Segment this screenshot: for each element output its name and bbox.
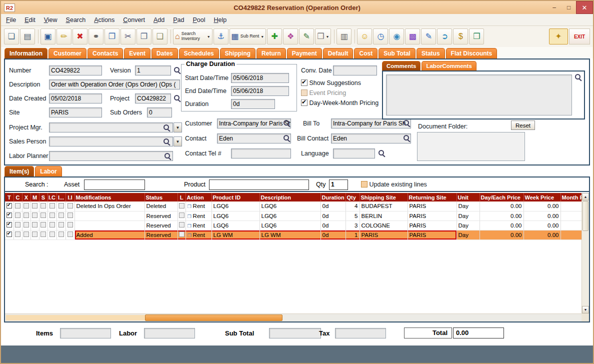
tab-contacts[interactable]: Contacts <box>88 48 123 58</box>
sales-person-field[interactable] <box>49 136 173 146</box>
horizontal-scrollbar[interactable] <box>5 314 582 322</box>
cell-x[interactable] <box>22 202 30 211</box>
cell-qty[interactable]: 4 <box>346 202 360 211</box>
row-checkbox-ic[interactable] <box>50 232 55 237</box>
tab-labor[interactable]: Labor <box>35 166 62 176</box>
version-search-icon[interactable] <box>174 66 181 74</box>
row-checkbox-s[interactable] <box>40 203 46 208</box>
copy-button[interactable]: ❐ <box>136 28 152 44</box>
disk-button[interactable]: ◉ <box>389 28 404 44</box>
cell-description[interactable]: LGQ6 <box>260 211 320 220</box>
cell-idot[interactable] <box>56 211 66 220</box>
cell-status[interactable]: Reserved <box>144 211 178 220</box>
column-header-day_each_price[interactable]: Day/Each Price <box>480 193 524 202</box>
vertical-scrollbar[interactable]: ▲ ▼ <box>582 193 589 314</box>
cell-s[interactable] <box>39 220 48 230</box>
start-datetime-field[interactable]: 05/06/2018 <box>231 73 289 83</box>
column-header-unit[interactable]: Unit <box>456 193 480 202</box>
show-suggestions-checkbox[interactable] <box>301 80 308 86</box>
cell-duration[interactable]: 0d <box>320 202 346 211</box>
row-checkbox-ii[interactable] <box>68 222 73 228</box>
bill-contact-search-icon[interactable] <box>403 134 410 142</box>
end-datetime-field[interactable]: 05/06/2018 <box>231 86 289 96</box>
cell-m[interactable] <box>30 211 39 220</box>
tab-flat-discounts[interactable]: Flat Discounts <box>446 48 498 58</box>
time-button[interactable]: ◷ <box>373 28 388 44</box>
cell-action[interactable]: ❒Rent <box>186 230 212 240</box>
currency-button[interactable]: $ <box>453 28 468 44</box>
reset-button[interactable]: Reset <box>511 120 535 130</box>
cell-x[interactable] <box>22 220 30 230</box>
delete-button[interactable]: ✖ <box>72 28 88 44</box>
menu-help[interactable]: Help <box>214 16 227 24</box>
comments-search-icon[interactable] <box>574 74 582 81</box>
cell-description[interactable]: LGQ6 <box>260 220 320 230</box>
row-checkbox-ii[interactable] <box>68 232 73 237</box>
cell-ii[interactable] <box>66 230 74 240</box>
column-header-t[interactable]: T <box>5 193 14 202</box>
row-checkbox-l[interactable] <box>179 222 184 228</box>
column-header-m[interactable]: M <box>30 193 39 202</box>
sales-person-dropdown-button[interactable]: ▼ <box>174 136 182 146</box>
contact-field[interactable]: Eden <box>217 134 291 144</box>
tab-shipping[interactable]: Shipping <box>220 48 256 58</box>
labor-planner-search-icon[interactable] <box>164 152 172 160</box>
row-checkbox-ic[interactable] <box>50 203 55 208</box>
row-checkbox-idot[interactable] <box>58 222 64 228</box>
column-header-ic[interactable]: I.C <box>48 193 56 202</box>
tab-customer[interactable]: Customer <box>48 48 86 58</box>
table-row[interactable]: Deleted In Ops OrderDeleted❒RentLGQ6LGQ6… <box>5 202 582 211</box>
menu-convert[interactable]: Convert <box>123 16 145 24</box>
cell-status[interactable]: Reserved <box>144 220 178 230</box>
menu-file[interactable]: File <box>6 16 16 24</box>
column-header-status[interactable]: Status <box>144 193 178 202</box>
language-field[interactable] <box>333 148 375 158</box>
cell-l[interactable] <box>178 230 186 240</box>
cell-m[interactable] <box>30 220 39 230</box>
column-header-qty[interactable]: Qty <box>346 193 360 202</box>
tab-status[interactable]: Status <box>416 48 445 58</box>
attach-button[interactable]: ⚓ <box>214 28 228 44</box>
cell-returning_site[interactable]: PARIS <box>408 211 456 220</box>
cell-returning_site[interactable]: PARIS <box>408 230 456 240</box>
cell-month_price[interactable] <box>560 202 582 211</box>
cell-ic[interactable] <box>48 211 56 220</box>
menu-view[interactable]: View <box>44 16 58 24</box>
qty-input[interactable]: 1 <box>329 180 348 190</box>
cell-c[interactable] <box>14 220 22 230</box>
column-header-shipping_site[interactable]: Shipping Site <box>360 193 408 202</box>
conv-date-field[interactable] <box>333 66 377 76</box>
cell-returning_site[interactable]: PARIS <box>408 220 456 230</box>
row-checkbox-s[interactable] <box>40 212 46 218</box>
cell-modifications[interactable] <box>74 211 144 220</box>
cell-shipping_site[interactable]: PARIS <box>360 230 408 240</box>
row-checkbox-s[interactable] <box>40 232 46 237</box>
cell-day_each_price[interactable]: 0.00 <box>480 211 524 220</box>
row-checkbox-l[interactable] <box>179 203 184 208</box>
cell-day_each_price[interactable]: 0.00 <box>480 220 524 230</box>
cell-unit[interactable]: Day <box>456 202 480 211</box>
cell-c[interactable] <box>14 230 22 240</box>
menu-pool[interactable]: Pool <box>193 16 206 24</box>
package-button[interactable]: ❒ <box>469 28 484 44</box>
cell-action[interactable]: ❒Rent <box>186 202 212 211</box>
product-search-input[interactable] <box>209 180 309 190</box>
cell-s[interactable] <box>39 211 48 220</box>
cell-action[interactable]: ❒Rent <box>186 211 212 220</box>
cell-idot[interactable] <box>56 202 66 211</box>
cell-week_price[interactable]: 0.00 <box>524 230 560 240</box>
cell-x[interactable] <box>22 230 30 240</box>
exit-button[interactable]: EXIT <box>569 28 590 44</box>
cell-month_price[interactable] <box>560 220 582 230</box>
cell-product_id[interactable]: LGQ6 <box>212 202 260 211</box>
date-created-field[interactable]: 05/02/2018 <box>49 94 102 104</box>
tab-laborcomments[interactable]: LaborComments <box>422 61 476 70</box>
cell-unit[interactable]: Day <box>456 220 480 230</box>
cell-status[interactable]: Reserved <box>144 230 178 240</box>
column-header-l[interactable]: L <box>178 193 186 202</box>
row-checkbox-ii[interactable] <box>68 212 73 218</box>
cell-duration[interactable]: 0d <box>320 220 346 230</box>
cell-modifications[interactable]: Deleted In Ops Order <box>74 202 144 211</box>
tab-payment[interactable]: Payment <box>287 48 322 58</box>
row-checkbox-x[interactable] <box>24 212 29 218</box>
